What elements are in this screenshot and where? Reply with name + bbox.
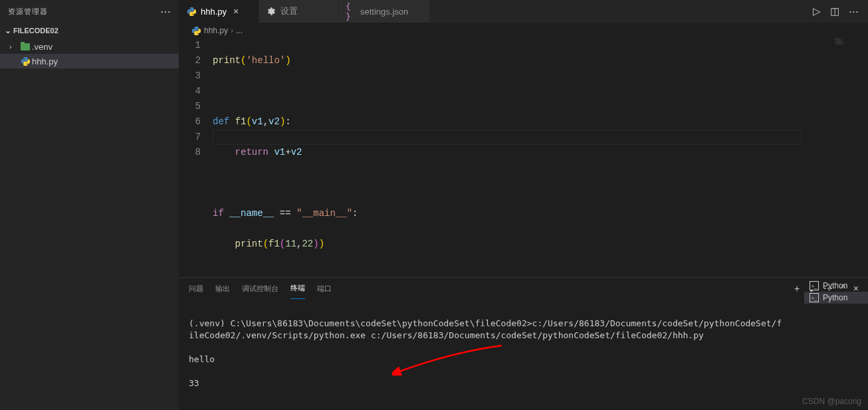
tree-item-label: hhh.py — [32, 56, 58, 66]
split-editor-icon[interactable]: ◫ — [830, 5, 839, 17]
line-number: 7 — [179, 130, 201, 145]
terminal-line: (.venv) C:\Users\86183\Documents\codeSet… — [189, 318, 787, 342]
panel-tab-debug[interactable]: 调试控制台 — [242, 278, 278, 299]
editor-tabbar: hhh.py × 设置 × { } settings.json × ▷ ◫ ⋯ — [179, 0, 868, 23]
python-icon — [186, 7, 197, 17]
token: v2 — [291, 147, 302, 157]
token: v1 — [252, 116, 263, 127]
terminal-session[interactable]: >_ Python — [804, 292, 868, 304]
new-terminal-icon[interactable]: + — [794, 283, 800, 294]
line-number: 1 — [179, 38, 201, 53]
terminal-line: 33 — [189, 377, 859, 389]
tree-item-label: .venv — [32, 42, 53, 52]
explorer-more-icon[interactable]: ⋯ — [160, 5, 171, 18]
tab-settings[interactable]: 设置 × — [259, 0, 339, 23]
breadcrumb-file: hhh.py — [204, 26, 228, 35]
token: v1 — [274, 147, 285, 157]
token: == — [280, 208, 291, 219]
token: "__main__" — [296, 208, 352, 219]
bottom-panel: 问题 输出 调试控制台 终端 端口 + ⌄ ⋯ ^ × (.venv) C:\U… — [179, 277, 868, 410]
terminal-session[interactable]: >_ Python — [804, 280, 868, 292]
token: f1 — [235, 116, 247, 127]
more-icon[interactable]: ⋯ — [849, 5, 859, 17]
python-icon — [19, 56, 32, 66]
terminal-icon: >_ — [810, 293, 819, 302]
token: 22 — [302, 239, 313, 249]
terminal-session-label: Python — [823, 281, 847, 290]
chevron-right-icon: › — [9, 43, 19, 51]
token: __name__ — [229, 208, 274, 219]
minimap[interactable]: ▓▓▓▓▓▓▓ ▓▓▓▓▓▓▓▓▓ ▓▓▓▓▓▓▓ ▓▓▓▓▓▓▓▓▓▓▓ ▓▓… — [835, 38, 861, 51]
terminal[interactable]: (.venv) C:\Users\86183\Documents\codeSet… — [179, 299, 868, 410]
chevron-down-icon: ⌄ — [3, 26, 13, 35]
token: 11 — [285, 239, 296, 249]
panel-tab-output[interactable]: 输出 — [215, 278, 230, 299]
file-tree: › .venv hhh.py — [0, 38, 179, 70]
panel-tab-problems[interactable]: 问题 — [189, 278, 203, 299]
terminal-icon: >_ — [810, 281, 819, 290]
explorer-sidebar: 资源管理器 ⋯ ⌄ FILECODE02 › .venv hhh.py — [0, 0, 179, 410]
code-editor[interactable]: 1 2 3 4 5 6 7 8 print('hello') def f1(v1… — [179, 38, 868, 277]
breadcrumb[interactable]: hhh.py › ... — [179, 23, 868, 38]
folder-icon — [19, 43, 32, 51]
breadcrumb-sep: › — [231, 26, 233, 35]
close-icon[interactable]: × — [231, 6, 241, 17]
tab-label: 设置 — [280, 5, 298, 17]
token: if — [213, 208, 224, 219]
token: print — [213, 55, 241, 66]
line-number: 2 — [179, 53, 201, 68]
panel-tab-terminal[interactable]: 终端 — [290, 278, 305, 299]
explorer-title: 资源管理器 — [8, 7, 48, 17]
token: v2 — [269, 116, 280, 127]
token: print — [235, 239, 263, 249]
explorer-folder-section[interactable]: ⌄ FILECODE02 — [0, 23, 179, 38]
tree-item-venv[interactable]: › .venv — [0, 39, 179, 54]
workspace-name: FILECODE02 — [13, 27, 58, 35]
terminal-line: hello — [189, 354, 859, 365]
token: 'hello' — [246, 55, 285, 66]
run-icon[interactable]: ▷ — [813, 5, 821, 17]
editor-actions: ▷ ◫ ⋯ — [804, 0, 868, 23]
panel-tab-ports[interactable]: 端口 — [317, 278, 332, 299]
explorer-header: 资源管理器 ⋯ — [0, 0, 179, 23]
editor-area: hhh.py × 设置 × { } settings.json × ▷ ◫ ⋯ … — [179, 0, 868, 410]
token: + — [285, 147, 290, 157]
watermark: CSDN @pacong — [802, 397, 861, 406]
line-gutter: 1 2 3 4 5 6 7 8 — [179, 38, 213, 277]
python-icon — [191, 26, 201, 36]
line-number: 5 — [179, 99, 201, 114]
token: f1 — [269, 239, 280, 249]
json-icon: { } — [346, 1, 356, 21]
terminal-list: >_ Python >_ Python — [804, 280, 868, 304]
tree-item-hhh[interactable]: hhh.py — [0, 54, 179, 68]
tab-label: hhh.py — [201, 7, 227, 17]
line-number: 3 — [179, 68, 201, 84]
tab-settings-json[interactable]: { } settings.json × — [339, 0, 430, 23]
token: def — [213, 116, 229, 127]
tab-label: settings.json — [360, 7, 408, 17]
terminal-session-label: Python — [823, 293, 847, 302]
breadcrumb-tail: ... — [236, 26, 243, 35]
code-content[interactable]: print('hello') def f1(v1,v2): return v1+… — [213, 38, 868, 277]
line-number: 6 — [179, 114, 201, 130]
tab-hhh[interactable]: hhh.py × — [179, 0, 259, 23]
current-line-highlight — [213, 130, 802, 145]
line-number: 4 — [179, 84, 201, 99]
panel-tabs: 问题 输出 调试控制台 终端 端口 + ⌄ ⋯ ^ × — [179, 278, 868, 299]
token: return — [235, 147, 269, 157]
line-number: 8 — [179, 145, 201, 160]
gear-icon — [266, 7, 276, 16]
